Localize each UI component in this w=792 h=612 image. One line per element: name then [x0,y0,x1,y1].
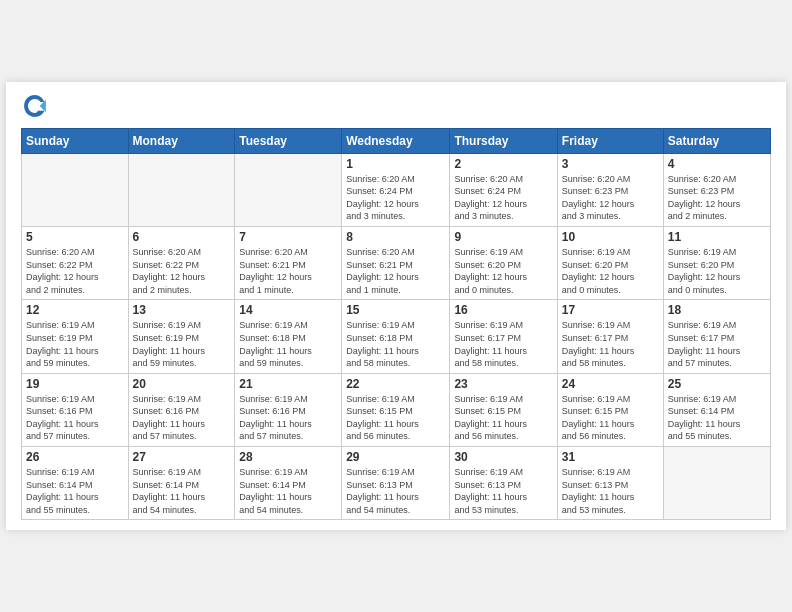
weekday-header-sunday: Sunday [22,128,129,153]
weekday-header-thursday: Thursday [450,128,557,153]
day-number: 24 [562,377,659,391]
day-info: Sunrise: 6:19 AM Sunset: 6:18 PM Dayligh… [346,319,445,369]
calendar-cell: 7Sunrise: 6:20 AM Sunset: 6:21 PM Daylig… [235,226,342,299]
day-info: Sunrise: 6:19 AM Sunset: 6:16 PM Dayligh… [26,393,124,443]
weekday-header-tuesday: Tuesday [235,128,342,153]
day-number: 27 [133,450,231,464]
calendar-cell: 22Sunrise: 6:19 AM Sunset: 6:15 PM Dayli… [342,373,450,446]
calendar-cell: 27Sunrise: 6:19 AM Sunset: 6:14 PM Dayli… [128,447,235,520]
calendar-cell: 2Sunrise: 6:20 AM Sunset: 6:24 PM Daylig… [450,153,557,226]
day-number: 31 [562,450,659,464]
day-number: 22 [346,377,445,391]
calendar-cell: 15Sunrise: 6:19 AM Sunset: 6:18 PM Dayli… [342,300,450,373]
day-info: Sunrise: 6:19 AM Sunset: 6:17 PM Dayligh… [562,319,659,369]
calendar-cell: 25Sunrise: 6:19 AM Sunset: 6:14 PM Dayli… [663,373,770,446]
day-info: Sunrise: 6:19 AM Sunset: 6:19 PM Dayligh… [26,319,124,369]
calendar-cell: 12Sunrise: 6:19 AM Sunset: 6:19 PM Dayli… [22,300,129,373]
calendar-cell: 23Sunrise: 6:19 AM Sunset: 6:15 PM Dayli… [450,373,557,446]
day-info: Sunrise: 6:19 AM Sunset: 6:17 PM Dayligh… [668,319,766,369]
calendar-cell: 11Sunrise: 6:19 AM Sunset: 6:20 PM Dayli… [663,226,770,299]
week-row-5: 26Sunrise: 6:19 AM Sunset: 6:14 PM Dayli… [22,447,771,520]
day-info: Sunrise: 6:19 AM Sunset: 6:15 PM Dayligh… [454,393,552,443]
day-info: Sunrise: 6:19 AM Sunset: 6:16 PM Dayligh… [133,393,231,443]
calendar-cell: 24Sunrise: 6:19 AM Sunset: 6:15 PM Dayli… [557,373,663,446]
day-number: 7 [239,230,337,244]
day-info: Sunrise: 6:20 AM Sunset: 6:24 PM Dayligh… [346,173,445,223]
logo [21,92,53,120]
day-number: 17 [562,303,659,317]
calendar-cell: 31Sunrise: 6:19 AM Sunset: 6:13 PM Dayli… [557,447,663,520]
week-row-4: 19Sunrise: 6:19 AM Sunset: 6:16 PM Dayli… [22,373,771,446]
day-info: Sunrise: 6:19 AM Sunset: 6:20 PM Dayligh… [668,246,766,296]
calendar-cell: 16Sunrise: 6:19 AM Sunset: 6:17 PM Dayli… [450,300,557,373]
day-info: Sunrise: 6:19 AM Sunset: 6:17 PM Dayligh… [454,319,552,369]
day-number: 3 [562,157,659,171]
day-info: Sunrise: 6:20 AM Sunset: 6:23 PM Dayligh… [562,173,659,223]
day-info: Sunrise: 6:19 AM Sunset: 6:18 PM Dayligh… [239,319,337,369]
day-number: 11 [668,230,766,244]
calendar-cell: 29Sunrise: 6:19 AM Sunset: 6:13 PM Dayli… [342,447,450,520]
calendar-cell: 28Sunrise: 6:19 AM Sunset: 6:14 PM Dayli… [235,447,342,520]
logo-icon [21,92,49,120]
day-info: Sunrise: 6:20 AM Sunset: 6:21 PM Dayligh… [346,246,445,296]
day-number: 1 [346,157,445,171]
day-number: 9 [454,230,552,244]
week-row-2: 5Sunrise: 6:20 AM Sunset: 6:22 PM Daylig… [22,226,771,299]
calendar-cell: 19Sunrise: 6:19 AM Sunset: 6:16 PM Dayli… [22,373,129,446]
day-number: 2 [454,157,552,171]
calendar-cell: 21Sunrise: 6:19 AM Sunset: 6:16 PM Dayli… [235,373,342,446]
day-info: Sunrise: 6:19 AM Sunset: 6:14 PM Dayligh… [239,466,337,516]
calendar-table: SundayMondayTuesdayWednesdayThursdayFrid… [21,128,771,521]
day-info: Sunrise: 6:20 AM Sunset: 6:22 PM Dayligh… [133,246,231,296]
day-number: 6 [133,230,231,244]
day-number: 23 [454,377,552,391]
calendar-cell [663,447,770,520]
calendar-cell: 18Sunrise: 6:19 AM Sunset: 6:17 PM Dayli… [663,300,770,373]
header [21,92,771,120]
day-number: 21 [239,377,337,391]
weekday-header-row: SundayMondayTuesdayWednesdayThursdayFrid… [22,128,771,153]
day-info: Sunrise: 6:19 AM Sunset: 6:20 PM Dayligh… [454,246,552,296]
weekday-header-friday: Friday [557,128,663,153]
day-info: Sunrise: 6:19 AM Sunset: 6:20 PM Dayligh… [562,246,659,296]
calendar-cell [128,153,235,226]
day-number: 14 [239,303,337,317]
day-number: 18 [668,303,766,317]
weekday-header-saturday: Saturday [663,128,770,153]
calendar-cell [235,153,342,226]
day-number: 13 [133,303,231,317]
calendar-cell: 30Sunrise: 6:19 AM Sunset: 6:13 PM Dayli… [450,447,557,520]
day-info: Sunrise: 6:19 AM Sunset: 6:16 PM Dayligh… [239,393,337,443]
calendar-cell: 14Sunrise: 6:19 AM Sunset: 6:18 PM Dayli… [235,300,342,373]
calendar-cell: 13Sunrise: 6:19 AM Sunset: 6:19 PM Dayli… [128,300,235,373]
calendar-cell [22,153,129,226]
day-info: Sunrise: 6:19 AM Sunset: 6:19 PM Dayligh… [133,319,231,369]
calendar-cell: 10Sunrise: 6:19 AM Sunset: 6:20 PM Dayli… [557,226,663,299]
day-info: Sunrise: 6:19 AM Sunset: 6:13 PM Dayligh… [562,466,659,516]
calendar-cell: 1Sunrise: 6:20 AM Sunset: 6:24 PM Daylig… [342,153,450,226]
calendar-cell: 4Sunrise: 6:20 AM Sunset: 6:23 PM Daylig… [663,153,770,226]
day-number: 10 [562,230,659,244]
day-info: Sunrise: 6:19 AM Sunset: 6:13 PM Dayligh… [454,466,552,516]
week-row-3: 12Sunrise: 6:19 AM Sunset: 6:19 PM Dayli… [22,300,771,373]
day-info: Sunrise: 6:20 AM Sunset: 6:22 PM Dayligh… [26,246,124,296]
day-number: 20 [133,377,231,391]
day-info: Sunrise: 6:19 AM Sunset: 6:14 PM Dayligh… [26,466,124,516]
calendar-container: SundayMondayTuesdayWednesdayThursdayFrid… [6,82,786,531]
day-info: Sunrise: 6:20 AM Sunset: 6:24 PM Dayligh… [454,173,552,223]
day-info: Sunrise: 6:19 AM Sunset: 6:13 PM Dayligh… [346,466,445,516]
day-number: 8 [346,230,445,244]
day-number: 25 [668,377,766,391]
weekday-header-wednesday: Wednesday [342,128,450,153]
calendar-cell: 6Sunrise: 6:20 AM Sunset: 6:22 PM Daylig… [128,226,235,299]
calendar-cell: 17Sunrise: 6:19 AM Sunset: 6:17 PM Dayli… [557,300,663,373]
calendar-cell: 9Sunrise: 6:19 AM Sunset: 6:20 PM Daylig… [450,226,557,299]
day-number: 5 [26,230,124,244]
day-info: Sunrise: 6:19 AM Sunset: 6:14 PM Dayligh… [668,393,766,443]
day-number: 30 [454,450,552,464]
day-number: 4 [668,157,766,171]
day-info: Sunrise: 6:19 AM Sunset: 6:14 PM Dayligh… [133,466,231,516]
day-number: 12 [26,303,124,317]
week-row-1: 1Sunrise: 6:20 AM Sunset: 6:24 PM Daylig… [22,153,771,226]
day-number: 28 [239,450,337,464]
